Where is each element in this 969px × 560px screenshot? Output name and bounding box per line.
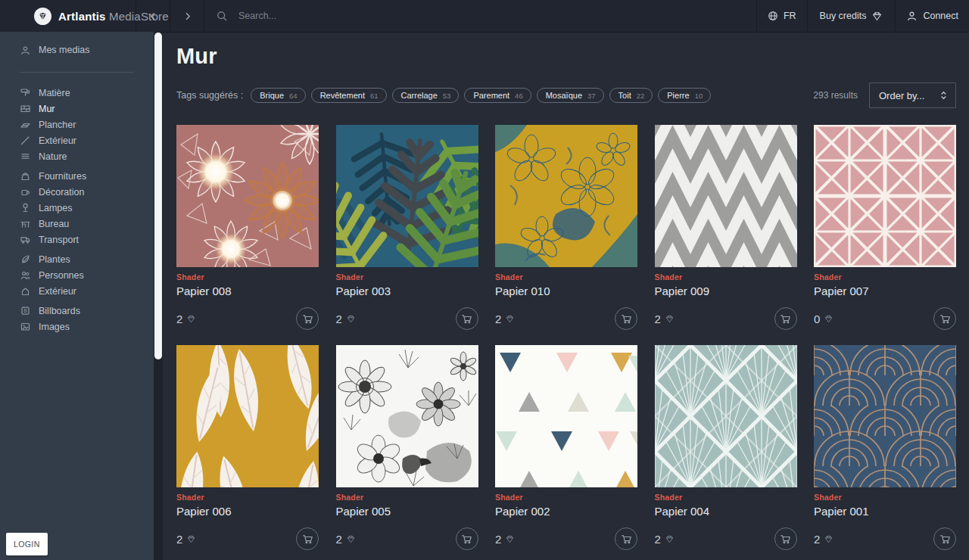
product-image[interactable] [495, 125, 637, 267]
tag-pill-parement[interactable]: Parement46 [464, 88, 531, 103]
product-credits: 2 [336, 313, 356, 325]
back-button[interactable] [136, 0, 170, 32]
sidebar-item-label: Extérieur [39, 135, 76, 146]
sidebar-item-label: Plantes [39, 254, 70, 265]
sidebar-item-lampes[interactable]: Lampes [0, 200, 154, 216]
product-card: ShaderPapier 0052 [336, 345, 478, 550]
product-card: ShaderPapier 0062 [176, 345, 319, 550]
sidebar-item-mes-medias[interactable]: Mes medias [0, 41, 154, 59]
sidebar-item-plantes[interactable]: Plantes [0, 251, 154, 267]
add-to-cart-button[interactable] [933, 307, 956, 330]
credits-count: 2 [336, 313, 342, 325]
search-bar [204, 0, 756, 32]
add-to-cart-button[interactable] [774, 307, 797, 330]
add-to-cart-button[interactable] [615, 307, 637, 330]
credits-count: 2 [495, 313, 501, 325]
sidebar-item-label: Décoration [39, 187, 84, 198]
gem-icon [824, 314, 833, 324]
tag-label: Carrelage [401, 91, 438, 100]
add-to-cart-button[interactable] [774, 527, 797, 550]
sidebar-item-nature[interactable]: Nature [0, 148, 154, 164]
globe-icon [768, 11, 778, 21]
product-image[interactable] [814, 125, 956, 267]
product-image[interactable] [655, 345, 797, 487]
gem-icon [186, 314, 196, 324]
sidebar-item-label: Mes medias [39, 45, 89, 55]
product-grid: ShaderPapier 0082ShaderPapier 0032Shader… [176, 125, 956, 550]
sidebar-scrollbar-track[interactable] [154, 32, 163, 560]
tag-pill-toit[interactable]: Toit22 [609, 88, 653, 103]
tag-pill-pierre[interactable]: Pierre10 [658, 88, 711, 103]
sidebar-item-mur[interactable]: Mur [0, 101, 154, 117]
product-type-label: Shader [336, 493, 478, 502]
gem-icon [665, 314, 675, 324]
sidebar-item-personnes[interactable]: Personnes [0, 267, 154, 283]
sidebar-item-transport[interactable]: Transport [0, 232, 154, 247]
product-image[interactable] [336, 345, 478, 487]
chevron-left-icon [148, 11, 158, 21]
sidebar-item-fournitures[interactable]: Fournitures [0, 168, 154, 184]
cart-icon [780, 313, 791, 325]
sidebar-item-decoration[interactable]: Décoration [0, 184, 154, 200]
login-button[interactable]: LOGIN [6, 533, 48, 555]
truck-icon [20, 235, 30, 244]
product-image[interactable] [495, 345, 637, 487]
language-button[interactable]: FR [756, 0, 807, 32]
cart-icon [461, 534, 472, 545]
product-credits: 2 [655, 533, 675, 546]
connect-button[interactable]: Connect [895, 0, 969, 32]
toolbar: Tags suggérés : Brique64Revêtement61Carr… [176, 82, 956, 108]
tag-label: Pierre [667, 91, 689, 100]
product-image[interactable] [814, 345, 956, 487]
tag-pill-carrelage[interactable]: Carrelage53 [392, 88, 460, 103]
cart-icon [302, 313, 313, 325]
sidebar-item-bureau[interactable]: Bureau [0, 216, 154, 232]
add-to-cart-button[interactable] [296, 307, 319, 330]
sidebar-scrollbar-thumb[interactable] [154, 33, 162, 359]
bag-icon [20, 171, 30, 181]
tag-pill-brique[interactable]: Brique64 [251, 88, 305, 103]
tag-count: 53 [443, 92, 451, 100]
add-to-cart-button[interactable] [456, 307, 478, 330]
mug-icon [20, 187, 30, 197]
sidebar-item-label: Billboards [39, 306, 80, 316]
sidebar-item-images[interactable]: Images [0, 319, 154, 334]
add-to-cart-button[interactable] [933, 527, 956, 550]
buy-credits-button[interactable]: Buy credits [807, 0, 896, 32]
search-input[interactable] [237, 10, 467, 22]
floor-icon [20, 120, 30, 129]
product-type-label: Shader [495, 493, 637, 502]
chevron-right-icon [182, 11, 192, 21]
product-image[interactable] [176, 125, 319, 267]
tag-label: Toit [618, 91, 631, 100]
product-image[interactable] [336, 125, 478, 267]
artlantis-logo-icon [34, 8, 51, 25]
sidebar-item-exterieur[interactable]: Extérieur [0, 283, 154, 299]
people-icon [20, 270, 30, 280]
order-by-select[interactable]: Order by... [869, 82, 956, 108]
sidebar-item-label: Transport [39, 235, 79, 245]
leaf-icon [20, 254, 30, 264]
product-card: ShaderPapier 0092 [655, 125, 797, 330]
sidebar-item-plancher[interactable]: Plancher [0, 117, 154, 132]
add-to-cart-button[interactable] [456, 527, 478, 550]
product-image[interactable] [655, 125, 797, 267]
sidebar-item-label: Lampes [39, 203, 72, 213]
tag-pill-revetement[interactable]: Revêtement61 [311, 88, 387, 103]
sidebar-divider [20, 72, 134, 73]
sidebar-item-exterieur[interactable]: Extérieur [0, 132, 154, 148]
product-image[interactable] [176, 345, 319, 487]
add-to-cart-button[interactable] [615, 527, 637, 550]
product-card: ShaderPapier 0032 [336, 125, 478, 330]
credits-count: 2 [336, 533, 342, 546]
sidebar-item-matiere[interactable]: Matière [0, 85, 154, 101]
product-name: Papier 002 [495, 505, 637, 518]
forward-button[interactable] [170, 0, 204, 32]
product-type-label: Shader [336, 272, 478, 282]
product-type-label: Shader [655, 493, 797, 502]
tag-pill-mosaique[interactable]: Mosaïque37 [537, 88, 604, 103]
sidebar-item-billboards[interactable]: BBillboards [0, 303, 154, 319]
add-to-cart-button[interactable] [296, 527, 319, 550]
product-type-label: Shader [814, 272, 956, 282]
brand: Artlantis MediaStore [0, 0, 136, 32]
